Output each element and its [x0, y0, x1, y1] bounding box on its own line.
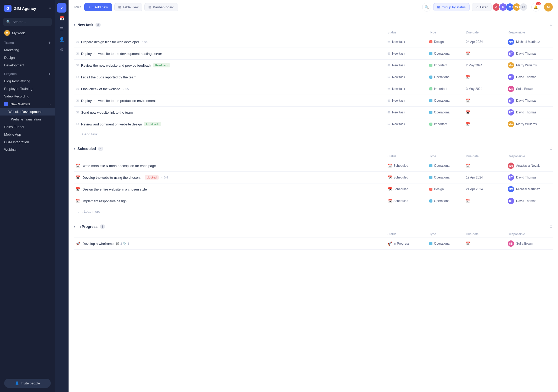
tool-user-icon[interactable]: 👤 [57, 34, 66, 44]
table-row[interactable]: ✉ Review the new website and provide fee… [74, 60, 553, 71]
search-button[interactable]: 🔍 [422, 3, 431, 11]
table-row[interactable]: ✉ Prepare design files for web developer… [74, 36, 553, 48]
resp-avatar: SB [508, 86, 514, 92]
tool-list-icon[interactable]: ☰ [57, 24, 66, 33]
date-cell: 24 Apr 2024 [464, 187, 506, 191]
status-text: Scheduled [393, 199, 408, 203]
tool-tasks-icon[interactable]: ✓ [57, 3, 66, 13]
sidebar-item-blog-post-writing[interactable]: Blog Post Writing [0, 77, 55, 85]
section-new-task-count: 8 [95, 23, 101, 27]
section-in-progress-header: ▾ In Progress 3 ⚙ [74, 222, 553, 231]
section-chevron-icon[interactable]: ▾ [74, 147, 75, 151]
sidebar-item-development[interactable]: Development [0, 61, 55, 69]
notification-button[interactable]: 🔔 12 [531, 3, 540, 11]
date-cell: 📅 [464, 164, 506, 168]
filter-button[interactable]: ⊿ Filter [472, 3, 492, 11]
responsible-cell: MW Marry Williams [506, 62, 553, 68]
add-task-button[interactable]: + + Add task [74, 130, 553, 138]
table-row[interactable]: ✉ Final check of the website ✓ 0/7 ✉ New… [74, 83, 553, 95]
type-text: Operational [434, 242, 450, 245]
table-row[interactable]: ✉ Send new website link to the team ✉ Ne… [74, 107, 553, 118]
status-icon: ✉ [387, 63, 391, 67]
tool-calendar-icon[interactable]: 📅 [57, 14, 66, 23]
status-cell: ✉ New task [385, 75, 427, 79]
date-text: 3 May 2024 [466, 87, 482, 91]
group-by-status-button[interactable]: ⊞ Group by status [433, 3, 470, 11]
sidebar-item-new-website[interactable]: New Website ▾ [0, 100, 55, 108]
sidebar-item-marketing[interactable]: Marketing [0, 46, 55, 54]
task-name: ✉ Prepare design files for web developer… [74, 40, 385, 44]
type-cell: Important [427, 122, 464, 126]
resp-name: David Thomas [516, 99, 536, 102]
col-status: Status [385, 154, 427, 158]
table-row[interactable]: 📅 Implement responsive design 📅 Schedule… [74, 195, 553, 207]
section-in-progress-count: 3 [100, 224, 105, 229]
user-avatar-button[interactable]: M [544, 3, 553, 11]
app-logo[interactable]: G GIM Agency ▾ [0, 0, 55, 17]
status-icon: ✉ [387, 40, 391, 44]
load-more-button[interactable]: ↓ ↓ Load more [74, 207, 553, 216]
task-icon: 📅 [76, 187, 80, 191]
resp-avatar: DT [508, 97, 514, 104]
task-icon: ✉ [76, 110, 79, 114]
sidebar-item-website-translation[interactable]: Website Translation [0, 116, 55, 123]
team-avatars: A D M W +3 [494, 3, 528, 11]
table-row[interactable]: ✉ Deploy the website to the development … [74, 48, 553, 60]
sidebar-item-crm-integration[interactable]: CRM Integration [0, 138, 55, 146]
type-cell: Operational [427, 176, 464, 179]
sidebar-item-webinar[interactable]: Webinar [0, 146, 55, 153]
search-input[interactable]: 🔍 Search... [3, 18, 52, 26]
avatar-more[interactable]: +3 [519, 3, 528, 11]
task-meta: 💬2 📎1 [116, 242, 129, 245]
col-task [74, 232, 385, 236]
sidebar-item-website-development[interactable]: Website Development [0, 108, 55, 116]
add-team-button[interactable]: + [48, 41, 51, 45]
table-row[interactable]: ✉ Review and comment on website design F… [74, 118, 553, 130]
table-row[interactable]: 📅 Develop the website using the chosen..… [74, 172, 553, 183]
type-text: Important [434, 64, 447, 67]
type-cell: Operational [427, 52, 464, 55]
status-cell: ✉ New task [385, 51, 427, 56]
add-project-button[interactable]: + [48, 72, 51, 76]
task-name: ✉ Deploy the website to the production e… [74, 99, 385, 103]
sidebar-item-sales-funnel[interactable]: Sales Funnel [0, 123, 55, 131]
table-view-button[interactable]: ⊞ Table view [114, 3, 143, 11]
responsible-cell: DT David Thomas [506, 97, 553, 104]
section-gear-icon[interactable]: ⚙ [549, 224, 553, 229]
section-new-task: ▾ New task 8 ⚙ Status Type Due date Resp… [74, 21, 553, 138]
resp-avatar: MM [508, 39, 514, 45]
kanban-board-button[interactable]: ⊟ Kanban board [144, 3, 178, 11]
resp-name: Marry Williams [516, 122, 537, 126]
projects-section-header: Projects + [0, 69, 55, 77]
add-new-label: + Add new [92, 5, 108, 9]
section-chevron-icon[interactable]: ▾ [74, 225, 75, 228]
subtask-indicator: ✓ 0/2 [141, 40, 148, 44]
status-cell: ✉ New task [385, 122, 427, 126]
task-name: 🚀 Develop a wireframe 💬2 📎1 [74, 241, 385, 246]
responsible-cell: DT David Thomas [506, 74, 553, 80]
tool-settings-icon[interactable]: ⚙ [57, 45, 66, 54]
responsible-cell: MM Michael Martinez [506, 39, 553, 45]
table-row[interactable]: ✉ Fix all the bugs reported by the team … [74, 71, 553, 83]
table-row[interactable]: 🚀 Develop a wireframe 💬2 📎1 🚀 In Progres… [74, 238, 553, 250]
sidebar-item-video-recording[interactable]: Video Recording [0, 93, 55, 100]
table-row[interactable]: 📅 Design the entire website in a chosen … [74, 183, 553, 195]
sidebar-item-mobile-app[interactable]: Mobile App [0, 131, 55, 138]
add-new-button[interactable]: + + Add new [84, 3, 112, 11]
section-gear-icon[interactable]: ⚙ [549, 147, 553, 151]
invite-people-button[interactable]: 👤 Invite people [4, 379, 51, 388]
sidebar-item-employee-training[interactable]: Employee Training [0, 85, 55, 93]
type-dot [429, 76, 432, 79]
sidebar-item-design[interactable]: Design [0, 54, 55, 61]
status-cell: 📅 Scheduled [385, 164, 427, 168]
table-row[interactable]: ✉ Deploy the website to the production e… [74, 95, 553, 107]
status-cell: 📅 Scheduled [385, 187, 427, 191]
section-gear-icon[interactable]: ⚙ [549, 23, 553, 27]
type-dot [429, 99, 432, 102]
date-cell: 📅 [464, 99, 506, 103]
section-chevron-icon[interactable]: ▾ [74, 23, 75, 27]
table-area: ▾ New task 8 ⚙ Status Type Due date Resp… [69, 14, 558, 392]
table-row[interactable]: 📅 Write meta title & meta description fo… [74, 160, 553, 172]
table-view-label: Table view [123, 5, 139, 9]
my-work-item[interactable]: M My work [0, 28, 55, 38]
